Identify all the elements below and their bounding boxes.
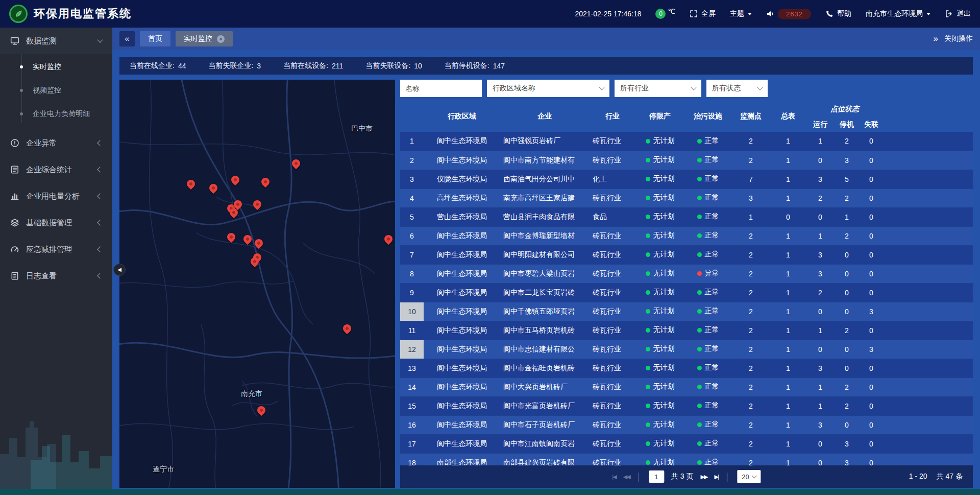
map-pin[interactable] [253,200,261,208]
stop-cell: 0 [835,302,859,321]
table-row[interactable]: 6阆中生态环境局阆中市金博瑞新型墙材砖瓦行业无计划正常21120 [400,226,973,245]
sidebar-item-video-monitor[interactable]: 视频监控 [0,79,112,102]
close-operations-button[interactable]: 关闭操作 [944,34,973,43]
close-icon[interactable]: × [217,35,225,43]
table-row[interactable]: 18南部生态环境局南部县建兴页岩砖有限砖瓦行业无计划正常21030 [400,453,973,465]
industry-cell: 砖瓦行业 [590,396,635,415]
table-row[interactable]: 3仪陇生态环境局西南油气田分公司川中化工无计划正常71350 [400,170,973,188]
table-row[interactable]: 5营山生态环境局营山县润丰肉食品有限食品无计划正常10010 [400,207,973,226]
company-cell: 营山县润丰肉食品有限 [500,207,590,226]
industry-cell: 砖瓦行业 [590,283,635,302]
prev-page-button[interactable]: ◀◀ [623,474,630,480]
theme-dropdown[interactable]: 主题 [730,9,752,18]
industry-cell: 砖瓦行业 [590,245,635,264]
tabs-back-button[interactable]: « [119,31,135,46]
first-page-button[interactable]: |◀ [612,474,616,480]
table-row[interactable]: 1阆中生态环境局阆中强锐页岩砖厂砖瓦行业无计划正常21120 [400,132,973,151]
map-pin[interactable] [261,178,270,186]
status-select[interactable]: 所有状态 [706,80,768,97]
current-page-input[interactable]: 1 [649,470,664,483]
status-dot [697,196,702,200]
logout-button[interactable]: 退出 [945,9,971,18]
sidebar-group-log-view[interactable]: 日志查看 [0,263,112,289]
region-cell: 阆中生态环境局 [424,434,500,453]
last-page-button[interactable]: ▶| [714,474,718,480]
sidebar-group-company-statistics[interactable]: 企业综合统计 [0,156,112,183]
map-pin[interactable] [257,406,265,414]
document-icon [10,271,19,280]
chevron-down-icon [599,84,604,90]
region-cell: 阆中生态环境局 [424,245,500,264]
table-row[interactable]: 15阆中生态环境局阆中市光富页岩机砖厂砖瓦行业无计划正常21120 [400,396,973,415]
run-cell: 3 [806,415,835,434]
sidebar-group-emergency-management[interactable]: 应急减排管理 [0,236,112,263]
region-cell: 高坪生态环境局 [424,188,500,207]
table-row[interactable]: 10阆中生态环境局阆中千佛镇五郎垭页岩砖瓦行业无计划正常21003 [400,302,973,321]
sidebar-group-data-monitoring[interactable]: 数据监测 [0,28,112,54]
table-row[interactable]: 16阆中生态环境局阆中市石子页岩机砖厂砖瓦行业无计划正常21300 [400,415,973,434]
double-chevron-right-icon[interactable]: » [934,34,938,44]
range-label: 1 - 20 [909,472,927,481]
name-search-input[interactable] [400,80,482,97]
map-pin[interactable] [187,180,195,188]
sidebar-group-company-abnormal[interactable]: 企业异常 [0,130,112,156]
map[interactable]: 巴中市南充市遂宁市 [119,80,395,488]
map-pin[interactable] [209,184,217,192]
map-collapse-button[interactable]: ◀ [113,264,126,276]
stop-cell: 5 [835,170,859,188]
next-page-button[interactable]: ▶▶ [701,474,707,480]
company-cell: 阆中明阳建材有限公司 [500,245,590,264]
table-row[interactable]: 9阆中生态环境局阆中市二龙长宝页岩砖砖瓦行业无计划正常21200 [400,283,973,302]
map-pin[interactable] [243,235,252,243]
region-cell: 阆中生态环境局 [424,264,500,283]
map-pin[interactable] [231,176,239,184]
chevron-left-icon [97,246,103,252]
chevron-down-icon [752,474,757,479]
map-pin[interactable] [292,159,300,168]
announcement-area[interactable]: 2632 [766,9,811,19]
table-row[interactable]: 12阆中生态环境局阆中市忠信建材有限公砖瓦行业无计划正常21003 [400,340,973,359]
map-pin[interactable] [234,200,242,208]
table-row[interactable]: 7阆中生态环境局阆中明阳建材有限公司砖瓦行业无计划正常21300 [400,245,973,264]
body-row: 巴中市南充市遂宁市 ◀ 行政区域名称 [119,80,973,488]
chevron-down-icon [748,13,752,15]
table-row[interactable]: 11阆中生态环境局阆中市五马桥页岩机砖砖瓦行业无计划正常21120 [400,321,973,340]
map-pin[interactable] [384,235,393,243]
table-row[interactable]: 13阆中生态环境局阆中市金福旺页岩机砖砖瓦行业无计划正常21300 [400,359,973,378]
alert-count-badge: 2632 [778,9,811,19]
row-index-cell: 14 [400,378,424,396]
help-label: 帮助 [837,9,851,18]
map-pin[interactable] [343,324,351,333]
page-size-select[interactable]: 20 [737,470,761,483]
table-row[interactable]: 17阆中生态环境局阆中市江南镇阆南页岩砖瓦行业无计划正常21030 [400,434,973,453]
map-pin[interactable] [230,208,238,217]
sidebar-group-base-data[interactable]: 基础数据管理 [0,209,112,236]
map-pin[interactable] [251,257,259,266]
map-pin[interactable] [255,239,263,247]
stop-cell: 3 [835,453,859,465]
table-row[interactable]: 4高坪生态环境局南充市高坪区王家店建砖瓦行业无计划正常31220 [400,188,973,207]
facility-status-cell: 正常 [684,151,731,170]
sidebar-item-power-load-detail[interactable]: 企业电力负荷明细 [0,102,112,126]
region-select[interactable]: 行政区域名称 [487,80,609,97]
industry-cell: 食品 [590,207,635,226]
map-pin[interactable] [227,233,235,241]
facility-status-cell: 正常 [684,302,731,321]
table-row[interactable]: 14阆中生态环境局阆中大兴页岩机砖厂砖瓦行业无计划正常21120 [400,378,973,396]
help-button[interactable]: 帮助 [825,9,851,18]
company-cell: 南部县建兴页岩砖有限 [500,453,590,465]
region-cell: 阆中生态环境局 [424,302,500,321]
fullscreen-button[interactable]: 全屏 [690,9,716,18]
row-index-cell: 6 [400,226,424,245]
points-cell: 7 [731,170,770,188]
org-dropdown[interactable]: 南充市生态环境局 [866,9,930,18]
tab-realtime-monitor[interactable]: 实时监控 × [176,31,233,46]
table-row[interactable]: 8阆中生态环境局阆中市枣碧大梁山页岩砖瓦行业无计划异常21300 [400,264,973,283]
table-row[interactable]: 2阆中生态环境局阆中市南方节能建材有砖瓦行业无计划正常21030 [400,151,973,170]
sidebar-item-realtime-monitor[interactable]: 实时监控 [0,55,112,79]
industry-select[interactable]: 所有行业 [615,80,701,97]
run-cell: 0 [806,302,835,321]
sidebar-group-power-analysis[interactable]: 企业用电量分析 [0,183,112,209]
facility-status-cell: 正常 [684,434,731,453]
tab-home[interactable]: 首页 [140,31,170,46]
